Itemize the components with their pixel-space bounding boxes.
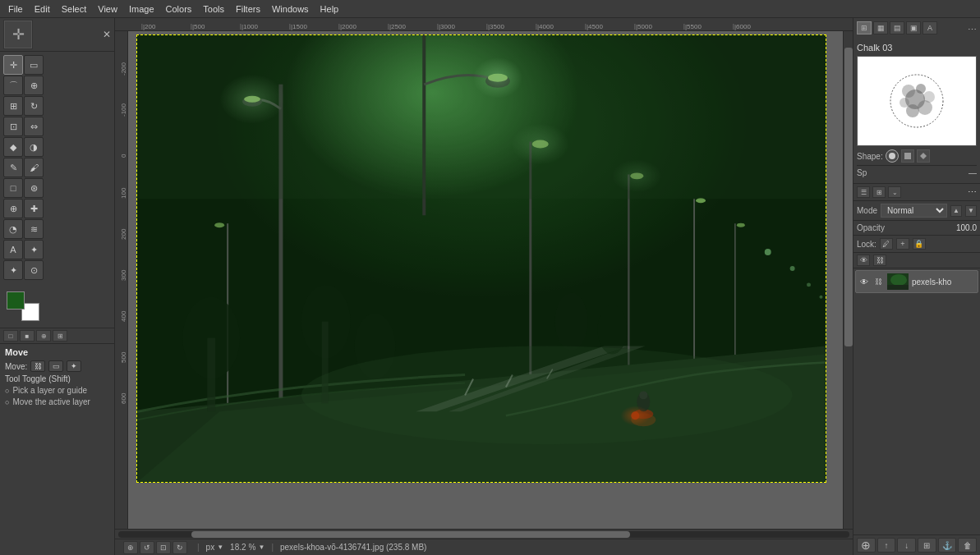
toolbox: ✛ ✕ ✛ ▭ ⌒ ⊕ ⊞ ↻ ⊡ ⇔ ◆ ◑ ✎ 🖌 □ ⊛ ⊕ ✚ ◔ ≋ … bbox=[0, 18, 115, 555]
bottom-toolbar: ⊕ ↺ ⊡ ↻ bbox=[120, 539, 191, 556]
refresh-btn[interactable]: ↻ bbox=[173, 541, 187, 554]
tool-airbrush[interactable]: ⊛ bbox=[24, 178, 44, 198]
close-tool-btn[interactable]: ✕ bbox=[103, 29, 111, 40]
tool-pencil[interactable]: ✎ bbox=[3, 158, 23, 177]
canvas-image[interactable] bbox=[136, 34, 826, 483]
brush-panel-expand[interactable]: ⋯ bbox=[968, 25, 977, 35]
indicator-3[interactable]: ⊕ bbox=[36, 330, 51, 342]
tool-rotate[interactable]: ↻ bbox=[24, 96, 44, 116]
tool-blend[interactable]: ◑ bbox=[24, 137, 44, 157]
tool-lasso[interactable]: ⌒ bbox=[3, 76, 23, 95]
layers-expand-btn[interactable]: ⌄ bbox=[888, 186, 901, 198]
patterns-tab[interactable]: ▦ bbox=[873, 21, 888, 34]
layer-eye-btn[interactable]: 👁 bbox=[858, 276, 870, 287]
ruler-mark-h-7: |3500 bbox=[486, 23, 536, 30]
menu-tools[interactable]: Tools bbox=[198, 2, 229, 16]
new-image-btn[interactable]: ⊕ bbox=[123, 541, 138, 554]
menu-select[interactable]: Select bbox=[57, 2, 92, 16]
tool-text[interactable]: A bbox=[3, 240, 23, 259]
tool-crop[interactable]: ⊞ bbox=[3, 96, 23, 116]
h-scroll-thumb[interactable] bbox=[191, 531, 630, 538]
ruler-mark-v-0: -200 bbox=[120, 34, 127, 76]
svg-rect-50 bbox=[138, 35, 826, 199]
ruler-mark-h-0: |200 bbox=[141, 23, 191, 30]
layer-item-0[interactable]: 👁 ⛓ pexels-kho bbox=[855, 270, 978, 293]
lock-position-btn[interactable]: + bbox=[896, 238, 909, 250]
h-scrollbar[interactable] bbox=[115, 529, 853, 539]
tool-color-picker[interactable]: ✦ bbox=[3, 260, 23, 280]
tool-smudge[interactable]: ≋ bbox=[24, 219, 44, 239]
sp-expand[interactable]: — bbox=[968, 168, 977, 177]
zoom-control[interactable]: 18.2 % ▼ bbox=[230, 543, 265, 552]
tool-paths[interactable]: ✦ bbox=[24, 240, 44, 259]
indicator-1[interactable]: □ bbox=[3, 330, 18, 342]
indicator-2[interactable]: ■ bbox=[20, 330, 35, 342]
shape-circle-btn[interactable] bbox=[886, 149, 899, 163]
layer-chain-btn[interactable]: ⛓ bbox=[873, 255, 886, 266]
menu-windows[interactable]: Windows bbox=[267, 2, 314, 16]
layer-vis-eye-btn[interactable]: 👁 bbox=[857, 255, 870, 266]
tool-paintbucket[interactable]: ◆ bbox=[3, 137, 23, 157]
tool-magnify[interactable]: ⊙ bbox=[24, 260, 44, 280]
indicator-row: □ ■ ⊕ ⊞ bbox=[0, 328, 114, 343]
menu-file[interactable]: File bbox=[3, 2, 28, 16]
canvas-scroll[interactable] bbox=[128, 31, 853, 529]
shape-square-btn[interactable] bbox=[901, 149, 914, 163]
fit-btn[interactable]: ⊡ bbox=[156, 541, 171, 554]
tool-preview-box: ✛ bbox=[3, 20, 33, 49]
tool-rect-select[interactable]: ▭ bbox=[24, 55, 44, 75]
move-linked-icon[interactable]: ⛓ bbox=[30, 360, 45, 372]
mode-down-btn[interactable]: ▼ bbox=[965, 205, 977, 217]
tool-paintbrush[interactable]: 🖌 bbox=[24, 158, 44, 177]
layer-anchor-btn[interactable]: ⚓ bbox=[938, 538, 957, 553]
tool-fuzzy-select[interactable]: ⊕ bbox=[24, 76, 44, 95]
palettes-tab[interactable]: ▣ bbox=[906, 21, 921, 34]
tool-flip[interactable]: ⇔ bbox=[24, 117, 44, 136]
v-scroll-thumb[interactable] bbox=[844, 48, 853, 346]
move-eyedrop-icon[interactable]: ✦ bbox=[67, 360, 81, 372]
brush-panel: ⊞ ▦ ▤ ▣ A ⋯ Chalk 03 bbox=[853, 18, 980, 184]
layer-lower-btn[interactable]: ↓ bbox=[897, 538, 916, 553]
lock-pixels-btn[interactable]: 🖊 bbox=[880, 238, 893, 250]
layer-raise-btn[interactable]: ↑ bbox=[877, 538, 896, 553]
move-layer-icon[interactable]: ▭ bbox=[48, 360, 63, 372]
layer-duplicate-btn[interactable]: ⊞ bbox=[918, 538, 936, 553]
fg-color-box[interactable] bbox=[7, 291, 25, 310]
mode-up-btn[interactable]: ▲ bbox=[950, 205, 962, 217]
menu-filters[interactable]: Filters bbox=[231, 2, 265, 16]
layer-delete-btn[interactable]: 🗑 bbox=[958, 538, 977, 553]
unit-selector[interactable]: px ▼ bbox=[206, 543, 223, 552]
ruler-mark-h-11: |5500 bbox=[683, 23, 733, 30]
gradients-tab[interactable]: ▤ bbox=[890, 21, 904, 34]
revert-btn[interactable]: ↺ bbox=[140, 541, 154, 554]
ruler-top: |200 |500 |1000 |1500 |2000 |2500 |3000 … bbox=[115, 18, 853, 31]
menu-image[interactable]: Image bbox=[124, 2, 159, 16]
move-active-row[interactable]: ○ Move the active layer bbox=[5, 397, 109, 406]
layer-create-btn[interactable]: ⊕ bbox=[857, 538, 876, 553]
tool-perspective[interactable]: ⊡ bbox=[3, 117, 23, 136]
layers-grid-view-btn[interactable]: ⊞ bbox=[872, 186, 886, 198]
opacity-value: 100.0 bbox=[956, 223, 977, 232]
menu-edit[interactable]: Edit bbox=[30, 2, 55, 16]
lock-all-btn[interactable]: 🔒 bbox=[913, 238, 926, 250]
tool-heal[interactable]: ✚ bbox=[24, 199, 44, 218]
fonts-tab[interactable]: A bbox=[922, 21, 937, 34]
layers-panel-expand[interactable]: ⋯ bbox=[968, 187, 977, 198]
tool-eraser[interactable]: □ bbox=[3, 178, 23, 198]
tool-clone[interactable]: ⊕ bbox=[3, 199, 23, 218]
pick-option-row[interactable]: ○ Pick a layer or guide bbox=[5, 386, 109, 395]
menu-colors[interactable]: Colors bbox=[161, 2, 197, 16]
menu-help[interactable]: Help bbox=[315, 2, 344, 16]
layer-chain-btn-0[interactable]: ⛓ bbox=[872, 276, 884, 287]
tool-move[interactable]: ✛ bbox=[3, 55, 23, 75]
shape-diamond-btn[interactable] bbox=[917, 149, 930, 163]
mode-select[interactable]: Normal Multiply Screen Overlay bbox=[881, 204, 947, 218]
layers-panel: ☰ ⊞ ⌄ ⋯ Mode Normal Multiply Screen Over… bbox=[853, 184, 980, 555]
tool-dodge-burn[interactable]: ◔ bbox=[3, 219, 23, 239]
v-scrollbar[interactable] bbox=[843, 31, 853, 529]
menu-view[interactable]: View bbox=[93, 2, 122, 16]
ruler-mark-h-2: |1000 bbox=[240, 23, 289, 30]
brushes-tab[interactable]: ⊞ bbox=[857, 21, 872, 34]
layers-list-view-btn[interactable]: ☰ bbox=[857, 186, 870, 198]
indicator-4[interactable]: ⊞ bbox=[53, 330, 67, 342]
